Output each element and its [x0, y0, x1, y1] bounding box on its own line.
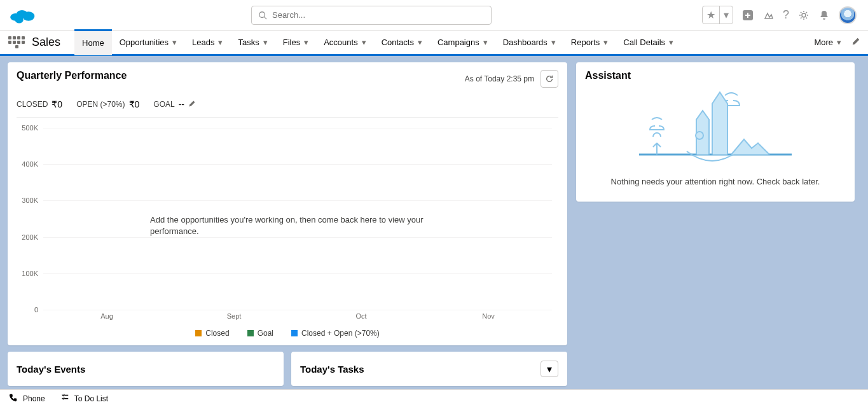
- legend-item: Closed + Open (>70%): [291, 329, 380, 338]
- tab-files[interactable]: Files▾: [275, 30, 316, 55]
- user-avatar[interactable]: [839, 6, 857, 24]
- global-search[interactable]: [251, 6, 492, 25]
- chevron-down-icon[interactable]: ▾: [483, 38, 488, 47]
- global-header: ★ ▾ ?: [0, 0, 868, 31]
- chevron-down-icon[interactable]: ▾: [172, 38, 177, 47]
- svg-point-4: [259, 11, 265, 17]
- legend-item: Goal: [247, 329, 273, 338]
- notifications-bell-icon[interactable]: [818, 10, 830, 21]
- trailblazer-icon[interactable]: [762, 10, 774, 21]
- assistant-illustration: [585, 88, 846, 164]
- tasks-filter-button[interactable]: ▾: [541, 361, 558, 377]
- edit-nav-pencil-icon[interactable]: [851, 37, 860, 48]
- utility-bar: Phone To Do List: [0, 389, 868, 407]
- chevron-down-icon[interactable]: ▾: [304, 38, 308, 47]
- x-tick: Aug: [43, 312, 170, 325]
- tasks-title: Today's Tasks: [300, 364, 364, 375]
- x-tick: Oct: [298, 312, 425, 325]
- svg-point-3: [15, 17, 24, 23]
- nav-more[interactable]: More▾: [814, 38, 841, 47]
- chevron-down-icon: ▾: [547, 363, 552, 375]
- tab-home[interactable]: Home: [74, 29, 112, 55]
- chevron-down-icon[interactable]: ▾: [218, 38, 223, 47]
- todays-events-card: Today's Events: [8, 352, 284, 386]
- svg-point-8: [696, 132, 703, 139]
- app-name: Sales: [32, 36, 60, 49]
- tab-leads[interactable]: Leads▾: [184, 30, 230, 55]
- legend-item: Closed: [195, 329, 229, 338]
- utility-todo[interactable]: To Do List: [60, 393, 108, 404]
- edit-goal-pencil-icon[interactable]: [188, 100, 196, 109]
- tab-campaigns[interactable]: Campaigns▾: [430, 30, 495, 55]
- y-tick: 0: [34, 306, 38, 314]
- assistant-title: Assistant: [585, 70, 846, 81]
- tab-dashboards[interactable]: Dashboards▾: [495, 30, 563, 55]
- app-nav: Sales Home Opportunities▾ Leads▾ Tasks▾ …: [0, 31, 868, 56]
- chevron-down-icon[interactable]: ▾: [720, 6, 733, 24]
- utility-phone[interactable]: Phone: [9, 393, 45, 404]
- chevron-down-icon[interactable]: ▾: [362, 38, 366, 47]
- chevron-down-icon[interactable]: ▾: [263, 38, 268, 47]
- tab-opportunities[interactable]: Opportunities▾: [112, 30, 184, 55]
- events-title: Today's Events: [17, 364, 85, 375]
- svg-line-5: [265, 17, 267, 19]
- setup-gear-icon[interactable]: [798, 10, 809, 21]
- svg-point-2: [22, 11, 34, 21]
- app-launcher-icon[interactable]: [8, 34, 25, 52]
- todays-tasks-card: Today's Tasks ▾: [291, 352, 567, 386]
- perf-chart: 0100K200K300K400K500K Add the opportunit…: [17, 128, 558, 325]
- list-icon: [60, 393, 69, 404]
- search-icon: [258, 11, 267, 20]
- metric-open: OPEN (>70%)₹0: [76, 99, 139, 109]
- y-tick: 100K: [22, 270, 38, 277]
- metric-goal: GOAL--: [153, 99, 196, 109]
- chevron-down-icon[interactable]: ▾: [418, 38, 422, 47]
- assistant-card: Assistant Nothing needs your attenti: [576, 62, 855, 202]
- y-tick: 400K: [22, 160, 38, 168]
- help-icon[interactable]: ?: [783, 8, 789, 22]
- chevron-down-icon[interactable]: ▾: [603, 38, 608, 47]
- chart-legend: ClosedGoalClosed + Open (>70%): [17, 329, 558, 338]
- add-icon[interactable]: [742, 10, 754, 21]
- chevron-down-icon[interactable]: ▾: [669, 38, 673, 47]
- quarterly-performance-card: Quarterly Performance As of Today 2:35 p…: [8, 62, 567, 345]
- star-icon[interactable]: ★: [703, 6, 720, 24]
- chevron-down-icon: ▾: [837, 38, 841, 47]
- chevron-down-icon[interactable]: ▾: [551, 38, 556, 47]
- tab-tasks[interactable]: Tasks▾: [230, 30, 275, 55]
- tab-reports[interactable]: Reports▾: [563, 30, 616, 55]
- perf-empty-msg: Add the opportunities you're working on,…: [150, 214, 430, 237]
- perf-asof: As of Today 2:35 pm: [465, 74, 534, 83]
- assistant-msg: Nothing needs your attention right now. …: [585, 177, 846, 186]
- y-tick: 500K: [22, 124, 38, 132]
- metric-closed: CLOSED₹0: [17, 99, 62, 109]
- y-tick: 300K: [22, 197, 38, 204]
- refresh-button[interactable]: [541, 70, 558, 88]
- salesforce-logo-icon: [9, 6, 37, 25]
- tab-contacts[interactable]: Contacts▾: [374, 30, 430, 55]
- search-input[interactable]: [272, 10, 485, 20]
- y-tick: 200K: [22, 233, 38, 241]
- phone-icon: [9, 393, 18, 404]
- perf-title: Quarterly Performance: [17, 70, 127, 81]
- tab-call-details[interactable]: Call Details▾: [616, 30, 681, 55]
- svg-point-7: [802, 13, 806, 17]
- x-tick: Nov: [425, 312, 552, 325]
- favorites[interactable]: ★ ▾: [702, 6, 733, 24]
- x-tick: Sept: [170, 312, 298, 325]
- tab-accounts[interactable]: Accounts▾: [316, 30, 373, 55]
